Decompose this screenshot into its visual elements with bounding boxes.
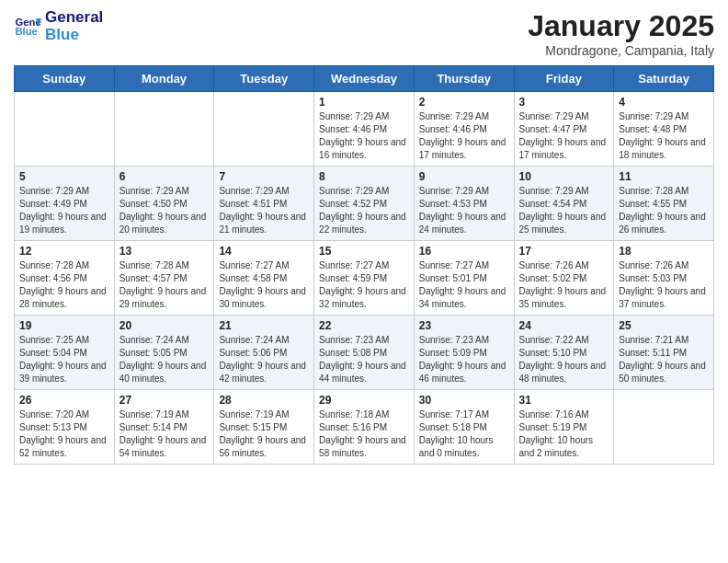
daylight-text: Daylight: 9 hours and 50 minutes. bbox=[619, 361, 706, 384]
sunset-text: Sunset: 5:11 PM bbox=[619, 348, 687, 358]
sunset-text: Sunset: 5:03 PM bbox=[619, 273, 687, 283]
calendar-cell: 7Sunrise: 7:29 AMSunset: 4:51 PMDaylight… bbox=[214, 167, 314, 241]
calendar-cell bbox=[614, 390, 714, 465]
day-number: 27 bbox=[119, 394, 210, 407]
day-number: 11 bbox=[619, 170, 709, 183]
calendar-cell: 29Sunrise: 7:18 AMSunset: 5:16 PMDayligh… bbox=[314, 390, 415, 465]
calendar-cell bbox=[15, 92, 115, 167]
day-number: 14 bbox=[219, 245, 309, 258]
day-info: Sunrise: 7:22 AMSunset: 5:10 PMDaylight:… bbox=[519, 334, 609, 385]
sunrise-text: Sunrise: 7:29 AM bbox=[319, 111, 389, 121]
logo-icon: General Blue bbox=[14, 13, 41, 40]
sunrise-text: Sunrise: 7:28 AM bbox=[19, 260, 89, 270]
day-info: Sunrise: 7:18 AMSunset: 5:16 PMDaylight:… bbox=[319, 408, 409, 460]
sunset-text: Sunset: 4:50 PM bbox=[119, 199, 188, 209]
day-info: Sunrise: 7:19 AMSunset: 5:15 PMDaylight:… bbox=[219, 408, 309, 460]
sunset-text: Sunset: 5:18 PM bbox=[419, 422, 487, 432]
daylight-text: Daylight: 9 hours and 46 minutes. bbox=[419, 361, 506, 384]
day-number: 22 bbox=[319, 319, 409, 332]
day-info: Sunrise: 7:29 AMSunset: 4:53 PMDaylight:… bbox=[419, 185, 509, 236]
sunset-text: Sunset: 5:15 PM bbox=[219, 422, 287, 432]
sunrise-text: Sunrise: 7:19 AM bbox=[119, 409, 189, 419]
daylight-text: Daylight: 9 hours and 16 minutes. bbox=[319, 137, 406, 160]
day-number: 29 bbox=[319, 394, 409, 407]
day-info: Sunrise: 7:27 AMSunset: 5:01 PMDaylight:… bbox=[419, 259, 509, 311]
daylight-text: Daylight: 9 hours and 35 minutes. bbox=[519, 286, 607, 309]
daylight-text: Daylight: 9 hours and 24 minutes. bbox=[419, 212, 506, 235]
sunrise-text: Sunrise: 7:25 AM bbox=[19, 335, 89, 345]
sunset-text: Sunset: 5:02 PM bbox=[519, 273, 587, 283]
sunrise-text: Sunrise: 7:24 AM bbox=[219, 335, 289, 345]
weekday-header-wednesday: Wednesday bbox=[314, 66, 415, 92]
day-info: Sunrise: 7:21 AMSunset: 5:11 PMDaylight:… bbox=[619, 334, 709, 385]
sunrise-text: Sunrise: 7:23 AM bbox=[419, 335, 489, 345]
calendar-cell: 20Sunrise: 7:24 AMSunset: 5:05 PMDayligh… bbox=[114, 316, 214, 390]
calendar-week-row: 26Sunrise: 7:20 AMSunset: 5:13 PMDayligh… bbox=[15, 390, 714, 465]
sunrise-text: Sunrise: 7:24 AM bbox=[119, 335, 189, 345]
day-number: 2 bbox=[419, 96, 509, 109]
sunset-text: Sunset: 4:49 PM bbox=[19, 199, 87, 209]
daylight-text: Daylight: 9 hours and 42 minutes. bbox=[219, 361, 306, 384]
day-number: 9 bbox=[419, 170, 509, 183]
daylight-text: Daylight: 9 hours and 52 minutes. bbox=[19, 435, 107, 458]
daylight-text: Daylight: 9 hours and 58 minutes. bbox=[319, 435, 406, 458]
daylight-text: Daylight: 9 hours and 39 minutes. bbox=[19, 361, 107, 384]
daylight-text: Daylight: 9 hours and 22 minutes. bbox=[319, 212, 406, 235]
calendar-cell: 28Sunrise: 7:19 AMSunset: 5:15 PMDayligh… bbox=[214, 390, 314, 465]
day-info: Sunrise: 7:26 AMSunset: 5:02 PMDaylight:… bbox=[519, 259, 609, 311]
day-info: Sunrise: 7:25 AMSunset: 5:04 PMDaylight:… bbox=[19, 334, 109, 385]
day-info: Sunrise: 7:28 AMSunset: 4:55 PMDaylight:… bbox=[619, 185, 709, 236]
calendar-cell: 26Sunrise: 7:20 AMSunset: 5:13 PMDayligh… bbox=[15, 390, 115, 465]
day-number: 7 bbox=[219, 170, 309, 183]
calendar-cell: 16Sunrise: 7:27 AMSunset: 5:01 PMDayligh… bbox=[414, 241, 514, 316]
day-info: Sunrise: 7:29 AMSunset: 4:46 PMDaylight:… bbox=[419, 110, 509, 162]
sunrise-text: Sunrise: 7:29 AM bbox=[19, 186, 89, 196]
calendar-cell: 23Sunrise: 7:23 AMSunset: 5:09 PMDayligh… bbox=[414, 316, 514, 390]
sunrise-text: Sunrise: 7:29 AM bbox=[119, 186, 189, 196]
day-number: 8 bbox=[319, 170, 409, 183]
day-number: 21 bbox=[219, 319, 309, 332]
sunset-text: Sunset: 4:52 PM bbox=[319, 199, 387, 209]
svg-text:Blue: Blue bbox=[16, 26, 38, 37]
daylight-text: Daylight: 9 hours and 37 minutes. bbox=[619, 286, 706, 309]
day-info: Sunrise: 7:29 AMSunset: 4:46 PMDaylight:… bbox=[319, 110, 409, 162]
sunset-text: Sunset: 4:56 PM bbox=[19, 273, 87, 283]
day-info: Sunrise: 7:27 AMSunset: 4:59 PMDaylight:… bbox=[319, 259, 409, 311]
day-number: 30 bbox=[419, 394, 509, 407]
sunrise-text: Sunrise: 7:26 AM bbox=[519, 260, 589, 270]
day-info: Sunrise: 7:29 AMSunset: 4:48 PMDaylight:… bbox=[619, 110, 709, 162]
calendar-cell: 22Sunrise: 7:23 AMSunset: 5:08 PMDayligh… bbox=[314, 316, 415, 390]
calendar-cell: 27Sunrise: 7:19 AMSunset: 5:14 PMDayligh… bbox=[114, 390, 214, 465]
calendar-cell: 4Sunrise: 7:29 AMSunset: 4:48 PMDaylight… bbox=[614, 92, 714, 167]
day-info: Sunrise: 7:29 AMSunset: 4:50 PMDaylight:… bbox=[119, 185, 210, 236]
sunset-text: Sunset: 5:14 PM bbox=[119, 422, 188, 432]
title-block: January 2025 Mondragone, Campania, Italy bbox=[528, 9, 714, 58]
sunrise-text: Sunrise: 7:22 AM bbox=[519, 335, 589, 345]
sunset-text: Sunset: 5:19 PM bbox=[519, 422, 587, 432]
day-info: Sunrise: 7:16 AMSunset: 5:19 PMDaylight:… bbox=[519, 408, 609, 460]
daylight-text: Daylight: 9 hours and 20 minutes. bbox=[119, 212, 207, 235]
day-info: Sunrise: 7:23 AMSunset: 5:08 PMDaylight:… bbox=[319, 334, 409, 385]
sunrise-text: Sunrise: 7:28 AM bbox=[619, 186, 688, 196]
day-info: Sunrise: 7:19 AMSunset: 5:14 PMDaylight:… bbox=[119, 408, 210, 460]
daylight-text: Daylight: 9 hours and 18 minutes. bbox=[619, 137, 706, 160]
daylight-text: Daylight: 9 hours and 34 minutes. bbox=[419, 286, 506, 309]
day-info: Sunrise: 7:23 AMSunset: 5:09 PMDaylight:… bbox=[419, 334, 509, 385]
calendar-week-row: 1Sunrise: 7:29 AMSunset: 4:46 PMDaylight… bbox=[15, 92, 714, 167]
calendar-cell: 30Sunrise: 7:17 AMSunset: 5:18 PMDayligh… bbox=[414, 390, 514, 465]
sunrise-text: Sunrise: 7:29 AM bbox=[519, 186, 589, 196]
logo-line1: General bbox=[45, 9, 103, 27]
calendar-cell: 18Sunrise: 7:26 AMSunset: 5:03 PMDayligh… bbox=[614, 241, 714, 316]
daylight-text: Daylight: 9 hours and 17 minutes. bbox=[519, 137, 607, 160]
sunset-text: Sunset: 5:10 PM bbox=[519, 348, 587, 358]
daylight-text: Daylight: 9 hours and 21 minutes. bbox=[219, 212, 306, 235]
sunrise-text: Sunrise: 7:28 AM bbox=[119, 260, 189, 270]
sunrise-text: Sunrise: 7:29 AM bbox=[319, 186, 389, 196]
calendar-cell: 17Sunrise: 7:26 AMSunset: 5:02 PMDayligh… bbox=[514, 241, 614, 316]
day-number: 31 bbox=[519, 394, 609, 407]
calendar-cell: 8Sunrise: 7:29 AMSunset: 4:52 PMDaylight… bbox=[314, 167, 415, 241]
day-number: 15 bbox=[319, 245, 409, 258]
sunset-text: Sunset: 5:04 PM bbox=[19, 348, 87, 358]
sunset-text: Sunset: 5:08 PM bbox=[319, 348, 387, 358]
calendar-thead: SundayMondayTuesdayWednesdayThursdayFrid… bbox=[15, 66, 714, 92]
